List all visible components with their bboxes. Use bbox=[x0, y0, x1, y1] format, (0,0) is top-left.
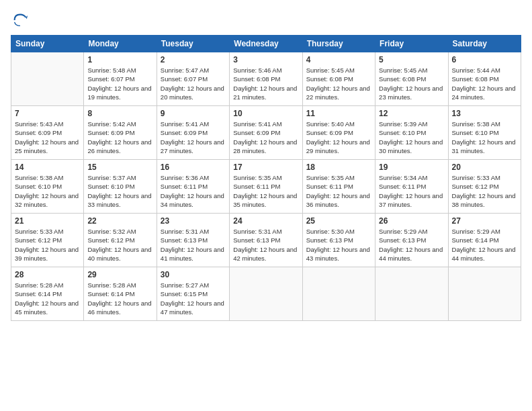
weekday-header: Saturday bbox=[448, 36, 521, 52]
calendar-cell: 17Sunrise: 5:35 AMSunset: 6:11 PMDayligh… bbox=[230, 160, 302, 214]
day-info: Sunrise: 5:33 AMSunset: 6:12 PMDaylight:… bbox=[15, 227, 80, 263]
day-info: Sunrise: 5:29 AMSunset: 6:14 PMDaylight:… bbox=[452, 227, 517, 263]
calendar-cell: 14Sunrise: 5:38 AMSunset: 6:10 PMDayligh… bbox=[11, 160, 84, 214]
day-info: Sunrise: 5:47 AMSunset: 6:07 PMDaylight:… bbox=[161, 66, 226, 101]
calendar-cell: 28Sunrise: 5:28 AMSunset: 6:14 PMDayligh… bbox=[11, 267, 84, 321]
day-info: Sunrise: 5:45 AMSunset: 6:08 PMDaylight:… bbox=[379, 66, 444, 101]
weekday-header: Thursday bbox=[302, 36, 375, 52]
day-info: Sunrise: 5:31 AMSunset: 6:13 PMDaylight:… bbox=[161, 227, 226, 263]
day-info: Sunrise: 5:28 AMSunset: 6:14 PMDaylight:… bbox=[87, 281, 152, 316]
calendar-cell: 27Sunrise: 5:29 AMSunset: 6:14 PMDayligh… bbox=[448, 214, 521, 267]
day-number: 19 bbox=[379, 163, 444, 172]
calendar-cell: 8Sunrise: 5:42 AMSunset: 6:09 PMDaylight… bbox=[84, 106, 157, 160]
day-info: Sunrise: 5:32 AMSunset: 6:12 PMDaylight:… bbox=[87, 227, 152, 263]
calendar-cell: 16Sunrise: 5:36 AMSunset: 6:11 PMDayligh… bbox=[157, 160, 229, 214]
calendar-cell bbox=[302, 267, 375, 321]
calendar-cell: 26Sunrise: 5:29 AMSunset: 6:13 PMDayligh… bbox=[375, 214, 448, 267]
day-number: 17 bbox=[233, 163, 298, 172]
day-number: 30 bbox=[161, 270, 226, 279]
day-info: Sunrise: 5:36 AMSunset: 6:11 PMDaylight:… bbox=[161, 173, 226, 209]
day-number: 11 bbox=[306, 109, 371, 118]
calendar-cell: 13Sunrise: 5:38 AMSunset: 6:10 PMDayligh… bbox=[448, 106, 521, 160]
day-number: 26 bbox=[379, 216, 444, 226]
day-number: 23 bbox=[161, 216, 226, 226]
day-info: Sunrise: 5:42 AMSunset: 6:09 PMDaylight:… bbox=[87, 120, 152, 155]
day-number: 6 bbox=[452, 55, 517, 64]
day-number: 1 bbox=[87, 55, 152, 64]
day-info: Sunrise: 5:43 AMSunset: 6:09 PMDaylight:… bbox=[15, 120, 80, 155]
day-info: Sunrise: 5:35 AMSunset: 6:11 PMDaylight:… bbox=[233, 173, 298, 209]
day-info: Sunrise: 5:31 AMSunset: 6:13 PMDaylight:… bbox=[233, 227, 298, 263]
day-info: Sunrise: 5:41 AMSunset: 6:09 PMDaylight:… bbox=[161, 120, 226, 155]
calendar-week-row: 28Sunrise: 5:28 AMSunset: 6:14 PMDayligh… bbox=[11, 267, 521, 321]
calendar-table: SundayMondayTuesdayWednesdayThursdayFrid… bbox=[11, 35, 521, 321]
calendar-cell: 24Sunrise: 5:31 AMSunset: 6:13 PMDayligh… bbox=[230, 214, 302, 267]
day-number: 29 bbox=[87, 270, 152, 279]
calendar-cell: 3Sunrise: 5:46 AMSunset: 6:08 PMDaylight… bbox=[230, 52, 302, 106]
day-number: 4 bbox=[306, 55, 371, 64]
calendar-cell: 23Sunrise: 5:31 AMSunset: 6:13 PMDayligh… bbox=[157, 214, 229, 267]
day-number: 8 bbox=[87, 109, 152, 118]
day-number: 24 bbox=[233, 216, 298, 226]
day-number: 22 bbox=[87, 216, 152, 226]
day-number: 18 bbox=[306, 163, 371, 172]
day-number: 28 bbox=[15, 270, 80, 279]
calendar-cell bbox=[375, 267, 448, 321]
calendar-cell: 25Sunrise: 5:30 AMSunset: 6:13 PMDayligh… bbox=[302, 214, 375, 267]
day-info: Sunrise: 5:37 AMSunset: 6:10 PMDaylight:… bbox=[87, 173, 152, 209]
day-info: Sunrise: 5:39 AMSunset: 6:10 PMDaylight:… bbox=[379, 120, 444, 155]
day-info: Sunrise: 5:46 AMSunset: 6:08 PMDaylight:… bbox=[233, 66, 298, 101]
day-number: 14 bbox=[15, 163, 80, 172]
day-info: Sunrise: 5:29 AMSunset: 6:13 PMDaylight:… bbox=[379, 227, 444, 263]
calendar-cell: 19Sunrise: 5:34 AMSunset: 6:11 PMDayligh… bbox=[375, 160, 448, 214]
day-info: Sunrise: 5:45 AMSunset: 6:08 PMDaylight:… bbox=[306, 66, 371, 101]
weekday-header: Friday bbox=[375, 36, 448, 52]
day-number: 12 bbox=[379, 109, 444, 118]
weekday-header: Sunday bbox=[11, 36, 84, 52]
day-info: Sunrise: 5:35 AMSunset: 6:11 PMDaylight:… bbox=[306, 173, 371, 209]
day-info: Sunrise: 5:33 AMSunset: 6:12 PMDaylight:… bbox=[452, 173, 517, 209]
calendar-cell: 29Sunrise: 5:28 AMSunset: 6:14 PMDayligh… bbox=[84, 267, 157, 321]
calendar-cell: 5Sunrise: 5:45 AMSunset: 6:08 PMDaylight… bbox=[375, 52, 448, 106]
calendar-cell: 6Sunrise: 5:44 AMSunset: 6:08 PMDaylight… bbox=[448, 52, 521, 106]
day-info: Sunrise: 5:48 AMSunset: 6:07 PMDaylight:… bbox=[87, 66, 152, 101]
calendar-cell: 21Sunrise: 5:33 AMSunset: 6:12 PMDayligh… bbox=[11, 214, 84, 267]
calendar-cell bbox=[11, 52, 84, 106]
day-number: 21 bbox=[15, 216, 80, 226]
day-number: 25 bbox=[306, 216, 371, 226]
calendar-cell: 9Sunrise: 5:41 AMSunset: 6:09 PMDaylight… bbox=[157, 106, 229, 160]
page-header bbox=[11, 11, 521, 30]
day-info: Sunrise: 5:38 AMSunset: 6:10 PMDaylight:… bbox=[15, 173, 80, 209]
day-info: Sunrise: 5:40 AMSunset: 6:09 PMDaylight:… bbox=[306, 120, 371, 155]
weekday-header: Wednesday bbox=[230, 36, 302, 52]
day-info: Sunrise: 5:41 AMSunset: 6:09 PMDaylight:… bbox=[233, 120, 298, 155]
calendar-week-row: 1Sunrise: 5:48 AMSunset: 6:07 PMDaylight… bbox=[11, 52, 521, 106]
calendar-week-row: 21Sunrise: 5:33 AMSunset: 6:12 PMDayligh… bbox=[11, 214, 521, 267]
day-number: 3 bbox=[233, 55, 298, 64]
day-info: Sunrise: 5:27 AMSunset: 6:15 PMDaylight:… bbox=[161, 281, 226, 316]
calendar-cell: 30Sunrise: 5:27 AMSunset: 6:15 PMDayligh… bbox=[157, 267, 229, 321]
calendar-week-row: 7Sunrise: 5:43 AMSunset: 6:09 PMDaylight… bbox=[11, 106, 521, 160]
day-info: Sunrise: 5:30 AMSunset: 6:13 PMDaylight:… bbox=[306, 227, 371, 263]
calendar-cell: 20Sunrise: 5:33 AMSunset: 6:12 PMDayligh… bbox=[448, 160, 521, 214]
day-info: Sunrise: 5:28 AMSunset: 6:14 PMDaylight:… bbox=[15, 281, 80, 316]
day-number: 10 bbox=[233, 109, 298, 118]
calendar-cell: 10Sunrise: 5:41 AMSunset: 6:09 PMDayligh… bbox=[230, 106, 302, 160]
calendar-cell: 11Sunrise: 5:40 AMSunset: 6:09 PMDayligh… bbox=[302, 106, 375, 160]
day-number: 27 bbox=[452, 216, 517, 226]
calendar-cell: 7Sunrise: 5:43 AMSunset: 6:09 PMDaylight… bbox=[11, 106, 84, 160]
calendar-week-row: 14Sunrise: 5:38 AMSunset: 6:10 PMDayligh… bbox=[11, 160, 521, 214]
day-info: Sunrise: 5:34 AMSunset: 6:11 PMDaylight:… bbox=[379, 173, 444, 209]
calendar-cell: 12Sunrise: 5:39 AMSunset: 6:10 PMDayligh… bbox=[375, 106, 448, 160]
calendar-cell bbox=[230, 267, 302, 321]
calendar-cell: 22Sunrise: 5:32 AMSunset: 6:12 PMDayligh… bbox=[84, 214, 157, 267]
calendar-cell: 18Sunrise: 5:35 AMSunset: 6:11 PMDayligh… bbox=[302, 160, 375, 214]
weekday-header: Tuesday bbox=[157, 36, 229, 52]
calendar-cell bbox=[448, 267, 521, 321]
logo bbox=[11, 11, 32, 30]
logo-icon bbox=[11, 11, 30, 30]
day-number: 7 bbox=[15, 109, 80, 118]
calendar-cell: 1Sunrise: 5:48 AMSunset: 6:07 PMDaylight… bbox=[84, 52, 157, 106]
header-row: SundayMondayTuesdayWednesdayThursdayFrid… bbox=[11, 36, 521, 52]
day-number: 2 bbox=[161, 55, 226, 64]
